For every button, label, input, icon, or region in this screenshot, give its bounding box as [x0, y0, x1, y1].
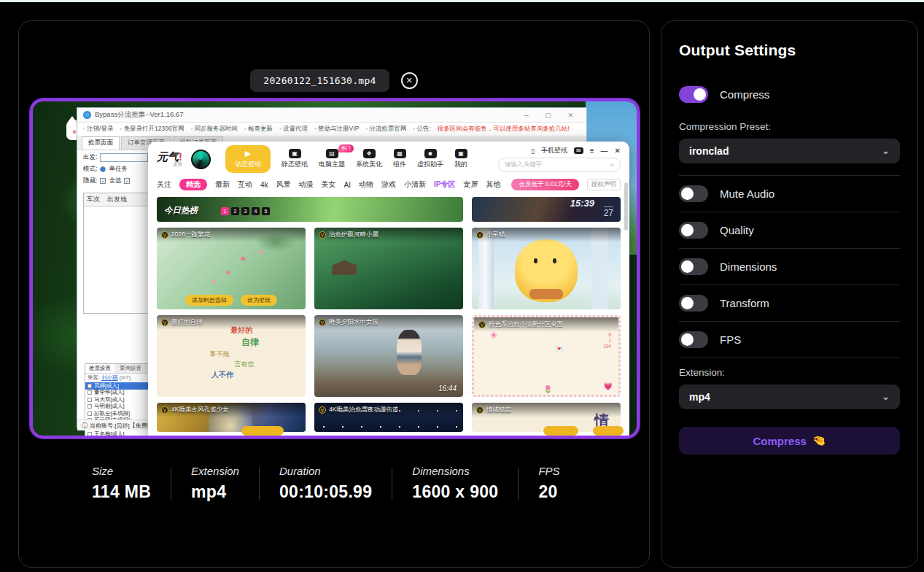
checkbox-icon: ✓ [124, 178, 130, 184]
meta-fps: FPS 20 [519, 465, 579, 502]
toggle-row-fps: FPS [679, 322, 900, 358]
bypass-titlebar: Bypass分流抢票--Ver1.16.67 ─ ▢ ✕ [77, 108, 586, 123]
dimensions-toggle[interactable] [679, 258, 708, 275]
nav-item-theme: 热门 ▤ 电脑主题 [319, 149, 345, 169]
menu-item: 注销/登录 [83, 125, 113, 134]
remove-file-button[interactable]: ✕ [401, 72, 418, 89]
media-preview-panel: 20260122_151630.mp4 ✕ Bypass分流抢票--Ver1.1… [18, 20, 650, 568]
toggle-label: Compress [720, 88, 769, 101]
minimize-icon: — [601, 147, 608, 155]
extension-select[interactable]: mp4 ⌄ [679, 384, 900, 409]
toggle-label: FPS [720, 333, 741, 346]
toggle-row-quality: Quality [679, 212, 900, 248]
phone-wallpaper-button: 手机壁纸 [541, 146, 567, 155]
toggle-row-dimensions: Dimensions [679, 249, 900, 285]
hot-pager: 1 2 3 4 5 [221, 207, 270, 215]
menu-item: 分流抢票官网 [365, 125, 406, 134]
mode-option: 单任务 [109, 165, 128, 174]
top-strip [0, 0, 924, 2]
theme-icon: ▤ [326, 149, 338, 158]
bypass-tab: 抢票页面 [82, 136, 120, 150]
meta-size: Size 114 MB [92, 465, 171, 502]
compress-button[interactable]: Compress 🤏 [679, 427, 900, 455]
transform-toggle[interactable] [679, 295, 708, 312]
output-settings-panel: Output Settings Compress Compression Pre… [661, 20, 918, 568]
category: 动物 [359, 179, 373, 190]
note-icon: 💌 [555, 345, 563, 352]
toggle-label: Transform [720, 297, 769, 309]
app-logo: 元气! 桌面 [157, 151, 182, 167]
banner-row: 今日热榜 1 2 3 4 5 15:39 27 [157, 197, 621, 222]
nav-item-assistant: ☻ 虚拟助手 [417, 149, 443, 169]
app-nav-items: ▶ 动态壁纸 ▣ 静态壁纸 热门 ▤ 电脑主题 [225, 145, 467, 173]
flower-icon: 🌸 [490, 332, 497, 339]
window-close-icon: ✕ [615, 147, 621, 155]
radio-icon [100, 166, 106, 172]
toggle-row-mute: Mute Audio [679, 176, 900, 212]
license-link: 授权声明 [587, 179, 621, 190]
extension-label: Extension: [679, 367, 900, 378]
nav-item-beautify: ❖ 系统美化 [356, 149, 382, 169]
chevron-down-icon: ⌄ [882, 149, 890, 153]
menu-item: 设置代理 [279, 125, 308, 134]
category-active: 精选 [179, 179, 207, 190]
extension-value: mp4 [689, 391, 710, 403]
wallpaper-thumb: V 治愈护眼河畔小屋 [314, 228, 463, 309]
info-icon: ⓘ [82, 422, 88, 430]
wallpaper-thumb: V 4K唯美治愈雪夜动漫街道 [314, 403, 463, 432]
col-from: 出发地 [107, 195, 127, 204]
settings-tab: 抢票设置 [85, 364, 114, 373]
hot-title: 今日热榜 [164, 205, 198, 216]
fps-toggle[interactable] [679, 331, 708, 348]
wallpaper-thumb: V 最好的自律 最好的 自律 事不拖 言有信 人不作 [157, 315, 306, 397]
assistant-icon: ☻ [424, 149, 437, 158]
v-badge: V [161, 231, 168, 239]
member-badge: 会员低于 0.01元/天 [511, 179, 578, 190]
bypass-menubar: 注销/登录 免登录打开12306官网 同步服务器时间 检查更新 设置代理 赞助与… [77, 123, 586, 136]
select-all-label: 全选 [109, 177, 121, 185]
category: 美女 [322, 179, 336, 190]
add-to-playlist-button: 添加到自选辑 [185, 295, 233, 306]
quality-toggle[interactable] [679, 222, 708, 239]
clock-day: 27 [604, 206, 613, 218]
static-wallpaper-icon: ▣ [289, 149, 301, 158]
thumb-stats: 6 1 104 [603, 332, 611, 349]
nav-item-mine: ▣ 我的 [454, 149, 467, 169]
hot-banner: 今日热榜 1 2 3 4 5 [157, 197, 463, 222]
preset-label: Compression Preset: [679, 121, 900, 132]
heart-icon: 💗 [604, 382, 613, 390]
nav-item-dynamic: ▶ 动态壁纸 [225, 145, 271, 173]
mute-audio-toggle[interactable] [679, 185, 708, 202]
mode-label: 模式: [83, 165, 97, 174]
col-train: 车次 [87, 195, 100, 204]
category: 动漫 [299, 179, 314, 190]
mail-icon: ✉ [574, 147, 583, 154]
search-placeholder: 请输入关键字 [505, 161, 542, 169]
category: 4k [260, 181, 268, 189]
toggle-row-transform: Transform [679, 285, 900, 321]
wallpaper-thumb: V 唯美夕阳水中女孩 16:44 [314, 315, 463, 397]
app-window-controls: ▯ 手机壁纸 ✉ ≡ — ✕ [531, 146, 621, 155]
wallpaper-thumb: V 4K唯美古风孔雀少女 [157, 403, 306, 432]
video-content: Bypass分流抢票--Ver1.16.67 ─ ▢ ✕ 注销/登录 免登录打开… [33, 101, 637, 436]
depart-label: 出发: [83, 153, 97, 162]
category-ip: IP专区 [434, 179, 455, 190]
hot-badge: 热门 [338, 144, 354, 152]
video-preview: Bypass分流抢票--Ver1.16.67 ─ ▢ ✕ 注销/登录 免登录打开… [30, 98, 640, 438]
nav-item-static: ▣ 静态壁纸 [282, 149, 308, 169]
bypass-notice: 很多区间会有临售，可以使用多站查询多抢几站! [438, 125, 570, 134]
wallpaper-grid: V 2026一路繁花 添加到自选辑 设为壁纸 V 治愈护眼河畔小屋 V [157, 228, 621, 432]
app-navbar: 元气! 桌面 ▶ 动态壁纸 ▣ 静态壁纸 [148, 142, 629, 177]
category: 宠屏 [463, 179, 478, 190]
calf-character [515, 239, 578, 302]
category: AI [344, 181, 351, 189]
toggle-row-compress: Compress [679, 77, 900, 112]
preset-select[interactable]: ironclad ⌄ [679, 139, 900, 163]
compress-toggle[interactable] [679, 86, 708, 103]
tulip-icon: 🌷 [543, 385, 552, 393]
menu-item: 同步服务器时间 [191, 125, 238, 134]
passenger-item: 王德强[成人] [85, 438, 166, 438]
search-icon: ⌕ [610, 161, 614, 169]
wallpaper-thumb: V 粉色系治愈小清新分区桌面 🌸 💌 🌷 💗 6 1 104 [472, 315, 621, 397]
meta-dimensions: Dimensions 1600 x 900 [392, 465, 518, 502]
